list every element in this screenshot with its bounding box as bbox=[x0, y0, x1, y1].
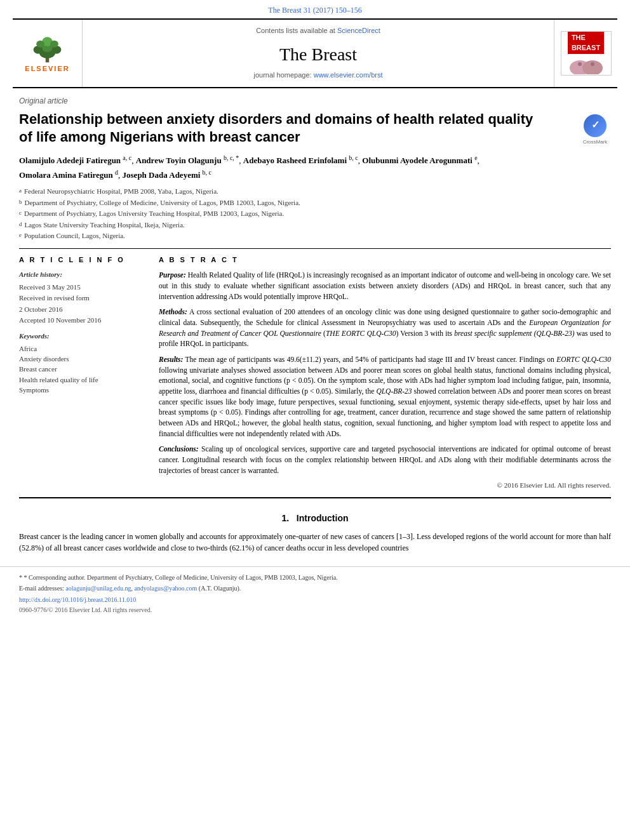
homepage-link[interactable]: www.elsevier.com/brst bbox=[314, 71, 383, 79]
affiliation-4: d Lagos State University Teaching Hospit… bbox=[19, 220, 611, 231]
divider-bottom bbox=[19, 497, 611, 498]
sciencedirect-link[interactable]: ScienceDirect bbox=[337, 27, 380, 34]
crossmark-icon: ✓ bbox=[584, 114, 607, 137]
abstract-conclusions: Conclusions: Scaling up of oncological s… bbox=[159, 444, 611, 476]
doi-link[interactable]: http://dx.doi.org/10.1016/j.breast.2016.… bbox=[19, 596, 136, 603]
journal-reference: The Breast 31 (2017) 150–156 bbox=[0, 0, 630, 18]
abstract-results: Results: The mean age of participants wa… bbox=[159, 354, 611, 439]
author-1: Olamijulo Adedeji Fatiregun a, c, bbox=[19, 156, 136, 165]
breast-journal-logo-box: THEBREAST bbox=[554, 20, 617, 87]
intro-paragraph-1: Breast cancer is the leading cancer in w… bbox=[19, 531, 611, 554]
homepage-label: journal homepage: bbox=[254, 71, 312, 79]
received-date: Received 3 May 2015 bbox=[19, 283, 146, 292]
journal-center-info: Contents lists available at ScienceDirec… bbox=[83, 20, 554, 87]
contents-line: Contents lists available at ScienceDirec… bbox=[256, 26, 380, 36]
received-revised-label: Received in revised form bbox=[19, 293, 146, 303]
article-type-label: Original article bbox=[19, 96, 611, 107]
contents-label: Contents lists available at bbox=[256, 27, 335, 34]
corresponding-author-note: * * Corresponding author. Department of … bbox=[19, 573, 611, 582]
crossmark-label: CrossMark bbox=[583, 138, 608, 145]
author-6: Joseph Dada Adeyemi b, c bbox=[123, 170, 212, 180]
elsevier-logo-box: ELSEVIER bbox=[13, 20, 83, 87]
abstract-heading: A B S T R A C T bbox=[159, 255, 611, 265]
keyword-5: Symptoms bbox=[19, 385, 146, 395]
article-info-column: A R T I C L E I N F O Article history: R… bbox=[19, 255, 146, 491]
svg-point-6 bbox=[36, 41, 44, 48]
elsevier-brand-text: ELSEVIER bbox=[25, 64, 69, 74]
author-4: Olubunmi Ayodele Arogunmati e, bbox=[362, 156, 479, 165]
article-info-abstract-section: A R T I C L E I N F O Article history: R… bbox=[19, 255, 611, 491]
affiliation-3: c Department of Psychiatry, Lagos Univer… bbox=[19, 208, 611, 220]
affiliation-1: a Federal Neuropsychiatric Hospital, PMB… bbox=[19, 186, 611, 197]
abstract-purpose: Purpose: Health Related Quality of life … bbox=[159, 270, 611, 302]
email-1-link[interactable]: aolagunju@unilag.edu.ng bbox=[65, 585, 131, 592]
svg-point-11 bbox=[591, 62, 594, 66]
affiliations-list: a Federal Neuropsychiatric Hospital, PMB… bbox=[19, 186, 611, 242]
authors-list: Olamijulo Adedeji Fatiregun a, c, Andrew… bbox=[19, 153, 611, 182]
accepted-date: Accepted 10 November 2016 bbox=[19, 316, 146, 325]
footnotes-section: * * Corresponding author. Department of … bbox=[0, 566, 630, 617]
affiliation-5: e Population Council, Lagos, Nigeria. bbox=[19, 230, 611, 242]
journal-ref-text: The Breast 31 (2017) 150–156 bbox=[268, 6, 361, 15]
divider-1 bbox=[19, 248, 611, 249]
keyword-4: Health related quality of life bbox=[19, 375, 146, 385]
intro-section-title: 1. Introduction bbox=[19, 512, 611, 525]
article-title: Relationship between anxiety disorders a… bbox=[19, 110, 540, 147]
svg-point-7 bbox=[50, 41, 58, 48]
abstract-column: A B S T R A C T Purpose: Health Related … bbox=[159, 255, 611, 491]
keywords-label: Keywords: bbox=[19, 331, 146, 341]
affiliation-2: b Department of Psychiatry, College of M… bbox=[19, 197, 611, 209]
introduction-section: 1. Introduction Breast cancer is the lea… bbox=[0, 512, 630, 554]
author-3: Adebayo Rasheed Erinfolami b, c, bbox=[243, 156, 362, 165]
email-footnote: E-mail addresses: aolagunju@unilag.edu.n… bbox=[19, 584, 611, 593]
abstract-methods: Methods: A cross sectional evaluation of… bbox=[159, 307, 611, 349]
homepage-line: journal homepage: www.elsevier.com/brst bbox=[254, 70, 383, 80]
keyword-3: Breast cancer bbox=[19, 364, 146, 374]
copyright-notice: © 2016 Elsevier Ltd. All rights reserved… bbox=[159, 481, 611, 490]
title-row: Relationship between anxiety disorders a… bbox=[19, 110, 611, 153]
issn-line: 0960-9776/© 2016 Elsevier Ltd. All right… bbox=[19, 606, 611, 615]
breast-journal-logo: THEBREAST bbox=[561, 31, 612, 76]
svg-point-10 bbox=[578, 62, 582, 66]
history-label: Article history: bbox=[19, 270, 146, 279]
author-5: Omolara Amina Fatiregun d, bbox=[19, 170, 123, 180]
doi-line: http://dx.doi.org/10.1016/j.breast.2016.… bbox=[19, 596, 611, 604]
breast-logo-title: THEBREAST bbox=[568, 32, 604, 54]
email-label: E-mail addresses: bbox=[19, 585, 64, 592]
revised-date: 2 October 2016 bbox=[19, 305, 146, 314]
main-content: Original article Relationship between an… bbox=[0, 88, 630, 506]
journal-header: ELSEVIER Contents lists available at Sci… bbox=[13, 18, 617, 88]
breast-logo-graphic bbox=[567, 55, 605, 74]
article-info-heading: A R T I C L E I N F O bbox=[19, 255, 146, 265]
email-2-link[interactable]: andyolagus@yahoo.com bbox=[134, 585, 197, 592]
keyword-2: Anxiety disorders bbox=[19, 354, 146, 364]
page: The Breast 31 (2017) 150–156 ELSEVIER C bbox=[0, 0, 630, 840]
keyword-1: Africa bbox=[19, 344, 146, 354]
elsevier-tree-icon bbox=[30, 32, 65, 64]
crossmark-badge[interactable]: ✓ CrossMark bbox=[579, 114, 611, 145]
author-2: Andrew Toyin Olagunju b, c, *, bbox=[136, 156, 243, 165]
journal-title-display: The Breast bbox=[279, 42, 357, 67]
